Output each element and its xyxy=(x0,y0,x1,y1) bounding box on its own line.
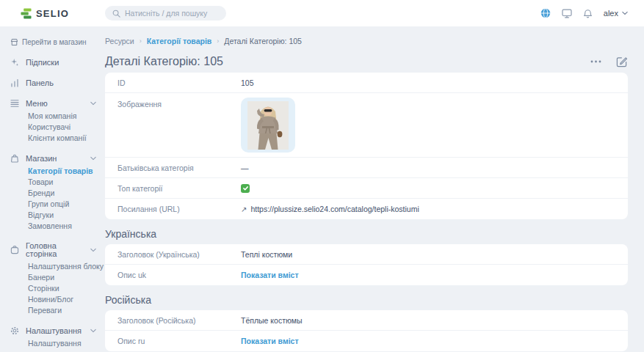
sidebar-group-homepage-children: Налаштування блоку Банери Сторінки Новин… xyxy=(10,263,101,315)
detail-row-top-category: Топ категорії xyxy=(105,178,628,199)
row-label: Топ категорії xyxy=(117,184,241,193)
details-card: ID 105 Зображення xyxy=(105,73,628,219)
chevron-down-icon xyxy=(90,329,96,333)
homepage-icon xyxy=(10,246,19,254)
row-label: Посилання (URL) xyxy=(117,205,241,213)
detail-row-id: ID 105 xyxy=(105,73,628,93)
breadcrumb-separator: › xyxy=(217,37,219,45)
category-photo xyxy=(247,101,289,150)
language-globe-icon[interactable] xyxy=(540,8,551,18)
bar-chart-icon xyxy=(10,78,19,87)
sidebar-item-advantages[interactable]: Переваги xyxy=(28,307,101,315)
show-content-uk-link[interactable]: Показати вміст xyxy=(241,271,299,279)
top-category-checkbox-checked xyxy=(241,184,250,193)
notifications-bell-icon[interactable] xyxy=(583,8,593,18)
title-row: Деталі Категорію: 105 xyxy=(105,55,628,68)
menu-list-icon xyxy=(10,99,19,108)
chevron-down-icon xyxy=(90,156,96,161)
row-value: 105 xyxy=(241,78,254,87)
shopping-bag-icon xyxy=(10,154,19,163)
row-label: ID xyxy=(117,78,241,87)
sidebar-group-homepage[interactable]: Головна сторінка xyxy=(10,242,101,258)
sidebar-item-settings[interactable]: Налаштування xyxy=(28,340,101,348)
section-title-ukrainian: Українська xyxy=(105,228,628,240)
sidebar-group-settings[interactable]: Налаштування xyxy=(10,326,101,335)
sidebar-item-subscriptions[interactable]: Підписки xyxy=(10,58,101,67)
user-name: alex xyxy=(604,9,618,18)
chevron-down-icon xyxy=(90,101,96,106)
sidebar-item-option-groups[interactable]: Групи опцій xyxy=(28,200,101,208)
topbar: SELIO xyxy=(0,0,644,26)
detail-row-parent-category: Батьківська категорія — xyxy=(105,158,628,178)
sidebar-item-users[interactable]: Користувачі xyxy=(28,123,101,131)
row-label: Заголовок (Українська) xyxy=(117,250,241,259)
storefront-icon xyxy=(10,38,18,46)
row-label: Опис ru xyxy=(117,337,241,345)
sidebar-group-menu-children: Моя компанія Користувачі Клієнти компані… xyxy=(10,112,101,142)
section-title-russian: Російська xyxy=(105,294,628,306)
logo-text: SELIO xyxy=(36,8,69,19)
user-menu[interactable]: alex xyxy=(604,9,628,18)
sidebar-item-go-to-store[interactable]: Перейти в магазин xyxy=(10,38,101,46)
category-image-thumbnail xyxy=(241,98,295,153)
sidebar-item-company-clients[interactable]: Клієнти компанії xyxy=(28,134,101,142)
external-link-icon: ↗ xyxy=(241,205,247,213)
show-content-ru-link[interactable]: Показати вміст xyxy=(241,337,299,345)
row-value: Теплі костюми xyxy=(241,250,292,259)
sidebar-item-pages[interactable]: Сторінки xyxy=(28,285,101,293)
sidebar-item-banners[interactable]: Банери xyxy=(28,274,101,282)
russian-card: Заголовок (Російська) Тёплые костюмы Опи… xyxy=(105,310,628,351)
sidebar-group-shop[interactable]: Магазин xyxy=(10,154,101,163)
gear-icon xyxy=(10,326,19,335)
breadcrumb: Ресурси › Категорії товарів › Деталі Кат… xyxy=(105,37,628,45)
breadcrumb-current: Деталі Категорію: 105 xyxy=(224,37,302,45)
search-input[interactable] xyxy=(125,9,219,18)
breadcrumb-resources[interactable]: Ресурси xyxy=(105,37,134,45)
detail-row-title-uk: Заголовок (Українська) Теплі костюми xyxy=(105,244,628,265)
sidebar-item-brands[interactable]: Бренди xyxy=(28,189,101,197)
chevron-down-icon xyxy=(622,11,628,15)
detail-row-url: Посилання (URL) ↗ https://plussize.selio… xyxy=(105,199,628,219)
sidebar-item-product-categories[interactable]: Категорії товарів xyxy=(28,167,101,175)
search-icon xyxy=(112,10,120,18)
sidebar-item-news-blog[interactable]: Новини/Блог xyxy=(28,296,101,304)
row-value: — xyxy=(241,164,249,172)
breadcrumb-separator: › xyxy=(140,37,142,45)
topbar-right: alex xyxy=(540,8,628,18)
breadcrumb-categories[interactable]: Категорії товарів xyxy=(147,37,212,45)
sidebar-item-block-settings[interactable]: Налаштування блоку xyxy=(28,263,101,271)
chevron-down-icon xyxy=(90,248,96,252)
sidebar-item-dashboard[interactable]: Панель xyxy=(10,78,101,87)
detail-row-description-ru: Опис ru Показати вміст xyxy=(105,331,628,351)
row-value: Тёплые костюмы xyxy=(241,316,303,325)
detail-row-image: Зображення xyxy=(105,93,628,158)
sparkles-icon xyxy=(10,58,19,67)
sidebar-item-orders[interactable]: Замовлення xyxy=(28,222,101,230)
logo-icon xyxy=(21,8,32,19)
category-url-link[interactable]: ↗ https://plussize.selio24.com/catalog/t… xyxy=(241,205,419,213)
monitor-icon[interactable] xyxy=(562,9,572,18)
app-logo[interactable]: SELIO xyxy=(0,8,105,19)
page-title: Деталі Категорію: 105 xyxy=(105,55,223,68)
main-content: Ресурси › Категорії товарів › Деталі Кат… xyxy=(105,26,644,352)
edit-button[interactable] xyxy=(616,56,628,67)
sidebar: Перейти в магазин Підписки Панель xyxy=(0,26,105,352)
sidebar-group-settings-children: Налаштування xyxy=(10,340,101,348)
sidebar-item-my-company[interactable]: Моя компанія xyxy=(28,112,101,120)
row-label: Батьківська категорія xyxy=(117,164,241,172)
detail-row-description-uk: Опис uk Показати вміст xyxy=(105,265,628,285)
ukrainian-card: Заголовок (Українська) Теплі костюми Опи… xyxy=(105,244,628,285)
row-label: Опис uk xyxy=(117,271,241,279)
sidebar-item-products[interactable]: Товари xyxy=(28,178,101,186)
sidebar-item-reviews[interactable]: Відгуки xyxy=(28,211,101,219)
sidebar-group-menu[interactable]: Меню xyxy=(10,99,101,108)
global-search[interactable] xyxy=(105,6,226,21)
row-label: Заголовок (Російська) xyxy=(117,316,241,325)
url-text: https://plussize.selio24.com/catalog/tep… xyxy=(250,205,419,213)
row-label: Зображення xyxy=(117,98,241,109)
detail-row-title-ru: Заголовок (Російська) Тёплые костюмы xyxy=(105,310,628,331)
more-actions-button[interactable] xyxy=(590,60,601,63)
sidebar-group-shop-children: Категорії товарів Товари Бренди Групи оп… xyxy=(10,167,101,230)
